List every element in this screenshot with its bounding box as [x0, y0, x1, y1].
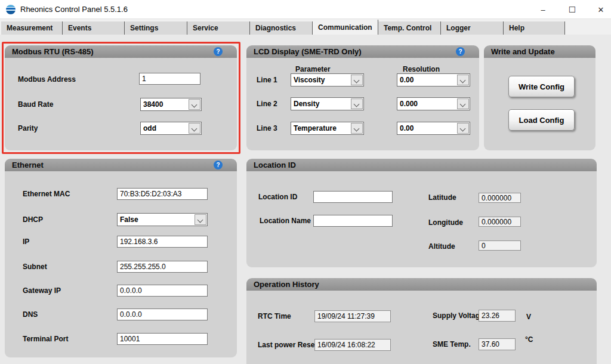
- chevron-down-icon[interactable]: [351, 98, 363, 109]
- longitude-field: [479, 217, 521, 227]
- gateway-ip-label: Gateway IP: [23, 286, 61, 295]
- panel-modbus-header: Modbus RTU (RS-485) ?: [5, 45, 237, 58]
- chevron-down-icon[interactable]: [351, 123, 363, 134]
- panel-location: Location ID Location ID Location Name La…: [246, 159, 597, 267]
- tab-help[interactable]: Help: [504, 21, 565, 35]
- line3-resolution-value: 0.00: [397, 122, 456, 134]
- line2-label: Line 2: [257, 100, 277, 108]
- ip-label: IP: [23, 237, 29, 246]
- line3-resolution-select[interactable]: 0.00: [397, 122, 470, 135]
- subnet-input[interactable]: [117, 261, 208, 273]
- line3-parameter-value: Temperature: [291, 122, 350, 134]
- load-config-button[interactable]: Load Config: [508, 109, 575, 131]
- help-icon[interactable]: ?: [214, 47, 223, 56]
- location-name-input[interactable]: [313, 215, 393, 227]
- modbus-address-input[interactable]: [139, 73, 200, 85]
- parity-label: Parity: [18, 124, 38, 132]
- sme-temp-label: SME Temp.: [433, 340, 471, 348]
- chevron-down-icon[interactable]: [189, 123, 200, 134]
- tab-settings[interactable]: Settings: [125, 21, 187, 35]
- chevron-down-icon[interactable]: [457, 123, 469, 134]
- tab-logger[interactable]: Logger: [441, 21, 504, 35]
- line1-resolution-select[interactable]: 0.00: [397, 73, 470, 87]
- baud-rate-select[interactable]: 38400: [140, 98, 202, 111]
- tab-events[interactable]: Events: [63, 21, 125, 35]
- subnet-label: Subnet: [23, 263, 47, 271]
- rtc-time-field: [314, 310, 391, 322]
- panel-operation-history: Operation History RTC Time Last power Re…: [246, 278, 597, 364]
- chevron-down-icon[interactable]: [457, 75, 469, 85]
- panel-modbus: Modbus RTU (RS-485) ? Modbus Address Bau…: [5, 45, 237, 150]
- dhcp-value: False: [118, 214, 194, 226]
- line1-resolution-value: 0.00: [397, 74, 456, 86]
- tab-service[interactable]: Service: [187, 21, 250, 35]
- panel-write-update: Write and Update Write Config Load Confi…: [484, 45, 595, 150]
- tab-measurement[interactable]: Measurement: [1, 21, 63, 35]
- panel-lcd-header: LCD Display (SME-TRD Only) ?: [246, 45, 479, 58]
- modbus-address-label: Modbus Address: [18, 75, 76, 84]
- terminal-port-label: Terminal Port: [23, 335, 68, 343]
- titlebar: Rheonics Control Panel 5.5.1.6 – ☐ ✕: [0, 0, 611, 19]
- chevron-down-icon[interactable]: [189, 99, 200, 110]
- tab-communication[interactable]: Communication: [313, 20, 378, 35]
- tab-diagnostics[interactable]: Diagnostics: [250, 21, 313, 35]
- line3-parameter-select[interactable]: Temperature: [291, 122, 364, 135]
- ip-input[interactable]: [117, 236, 208, 248]
- latitude-field: [479, 193, 521, 203]
- line2-parameter-select[interactable]: Density: [291, 97, 364, 110]
- chevron-down-icon[interactable]: [351, 75, 363, 85]
- panel-ethernet: Ethernet ? Ethernet MAC DHCP False IP Su…: [5, 159, 237, 357]
- line1-label: Line 1: [257, 76, 277, 84]
- line1-parameter-select[interactable]: Viscosity: [291, 73, 364, 87]
- panel-location-header: Location ID: [246, 159, 597, 171]
- parity-value: odd: [141, 122, 188, 134]
- location-id-label: Location ID: [258, 193, 297, 201]
- minimize-button[interactable]: –: [532, 0, 554, 19]
- app-logo-icon: [6, 5, 16, 14]
- dhcp-select[interactable]: False: [117, 213, 208, 226]
- tab-temp-control[interactable]: Temp. Control: [378, 21, 441, 35]
- last-power-reset-field: [314, 339, 391, 351]
- chevron-down-icon[interactable]: [195, 214, 206, 225]
- location-name-label: Location Name: [260, 217, 311, 225]
- line3-label: Line 3: [257, 124, 277, 132]
- latitude-label: Latitude: [428, 193, 456, 202]
- baud-rate-label: Baud Rate: [18, 100, 53, 109]
- dhcp-label: DHCP: [23, 215, 43, 224]
- resolution-column-header: Resolution: [403, 65, 440, 73]
- terminal-port-input[interactable]: [117, 333, 208, 345]
- line1-parameter-value: Viscosity: [291, 74, 350, 86]
- line2-resolution-select[interactable]: 0.000: [397, 97, 470, 110]
- chevron-down-icon[interactable]: [457, 98, 469, 109]
- location-id-input[interactable]: [313, 191, 393, 203]
- line2-resolution-value: 0.000: [397, 98, 456, 110]
- gateway-ip-input[interactable]: [117, 285, 208, 297]
- panel-write-update-title: Write and Update: [491, 45, 555, 58]
- help-icon[interactable]: ?: [456, 47, 465, 56]
- longitude-label: Longitude: [428, 218, 463, 227]
- altitude-field: [479, 240, 521, 251]
- panel-ethernet-title: Ethernet: [12, 159, 44, 171]
- panel-location-title: Location ID: [254, 159, 296, 171]
- write-config-button[interactable]: Write Config: [508, 76, 575, 97]
- panel-operation-history-header: Operation History: [246, 278, 597, 291]
- last-power-reset-label: Last power Reset: [258, 341, 317, 349]
- tab-bar-filler: [565, 21, 611, 35]
- rtc-time-label: RTC Time: [258, 312, 291, 320]
- ethernet-mac-input[interactable]: [117, 188, 208, 200]
- supply-voltage-label: Supply Voltage: [433, 311, 484, 320]
- help-icon[interactable]: ?: [214, 161, 223, 169]
- baud-rate-value: 38400: [141, 98, 188, 110]
- app-window: Rheonics Control Panel 5.5.1.6 – ☐ ✕ Mea…: [0, 0, 611, 364]
- close-button[interactable]: ✕: [590, 0, 611, 19]
- parameter-column-header: Parameter: [295, 65, 331, 73]
- window-title: Rheonics Control Panel 5.5.1.6: [20, 0, 128, 19]
- maximize-button[interactable]: ☐: [561, 0, 583, 19]
- parity-select[interactable]: odd: [140, 122, 202, 135]
- line2-parameter-value: Density: [291, 98, 350, 110]
- ethernet-mac-label: Ethernet MAC: [23, 190, 70, 198]
- panel-operation-history-title: Operation History: [254, 278, 319, 291]
- dns-input[interactable]: [117, 309, 208, 320]
- sme-temp-field: [479, 338, 516, 350]
- panel-lcd: LCD Display (SME-TRD Only) ? Parameter R…: [246, 45, 479, 150]
